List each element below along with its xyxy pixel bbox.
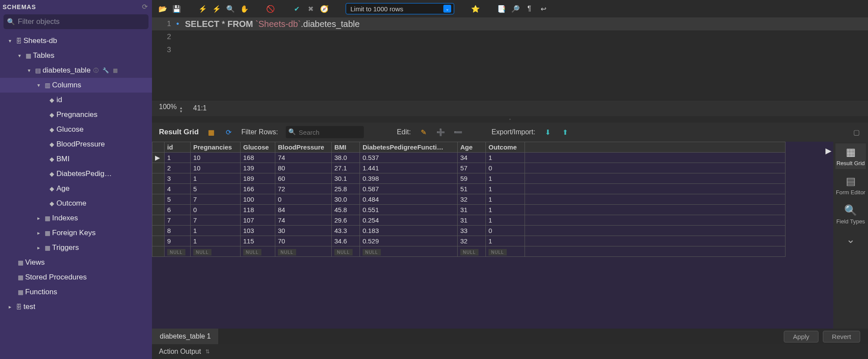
row-marker[interactable] xyxy=(152,184,165,194)
wrap-icon[interactable]: ↩ xyxy=(538,4,548,13)
invisible-chars-icon[interactable]: ¶ xyxy=(525,4,534,13)
grid-cell-null[interactable]: NULL xyxy=(486,246,525,257)
column-bmi[interactable]: ◆BMI xyxy=(0,152,152,166)
stored-procedures-node[interactable]: ▦Stored Procedures xyxy=(0,270,152,285)
row-marker[interactable] xyxy=(152,163,165,173)
column-pregnancies[interactable]: ◆Pregnancies xyxy=(0,107,152,122)
foreign-keys-node[interactable]: ▸▦Foreign Keys xyxy=(0,226,152,240)
indexes-node[interactable]: ▸▦Indexes xyxy=(0,211,152,226)
grid-cell[interactable]: 45.8 xyxy=(332,205,360,215)
wrap-cell-icon[interactable]: ▢ xyxy=(851,127,861,137)
grid-cell[interactable]: 139 xyxy=(241,163,275,173)
grid-cell[interactable]: 7 xyxy=(191,215,241,226)
beautify-icon[interactable]: ⭐ xyxy=(471,4,480,13)
grid-cell[interactable]: 84 xyxy=(275,205,332,215)
columns-node[interactable]: ▾▥Columns xyxy=(0,78,152,93)
grid-cell[interactable]: 9 xyxy=(165,236,191,246)
grid-cell[interactable]: 60 xyxy=(275,173,332,184)
row-marker[interactable]: ▶ xyxy=(152,153,165,163)
row-marker[interactable] xyxy=(152,173,165,184)
sql-editor[interactable]: 1 • SELECT * FROM `Sheets-db`.diabetes_t… xyxy=(152,17,868,100)
apply-button[interactable]: Apply xyxy=(784,331,818,342)
grid-cell[interactable]: 59 xyxy=(458,173,486,184)
grid-cell[interactable]: 0.587 xyxy=(360,184,458,194)
toggle-limit-icon[interactable]: 🧭 xyxy=(320,4,329,13)
grid-cell[interactable]: 25.8 xyxy=(332,184,360,194)
add-row-icon[interactable]: ➕ xyxy=(436,127,446,137)
tab-result-grid[interactable]: ▦Result Grid xyxy=(835,143,866,169)
grid-cell[interactable]: 2 xyxy=(165,163,191,173)
views-node[interactable]: ▦Views xyxy=(0,255,152,270)
grid-cell[interactable]: 0.529 xyxy=(360,236,458,246)
functions-node[interactable]: ▦Functions xyxy=(0,285,152,299)
grid-cell[interactable]: 74 xyxy=(275,153,332,163)
table-node-diabetes[interactable]: ▾▤diabetes_tableⓘ 🔧 ▦ xyxy=(0,63,152,78)
grid-cell[interactable]: 32 xyxy=(458,236,486,246)
zoom-stepper-icon[interactable]: ▲▼ xyxy=(179,106,183,113)
grid-cell[interactable]: 5 xyxy=(165,194,191,205)
tab-form-editor[interactable]: ▤Form Editor xyxy=(835,173,866,198)
col-header[interactable]: DiabetesPedigreeFuncti… xyxy=(360,142,458,153)
column-dpf[interactable]: ◆DiabetesPedig… xyxy=(0,166,152,181)
grid-cell[interactable]: 0 xyxy=(191,205,241,215)
rollback-icon[interactable]: ✖ xyxy=(306,4,315,13)
grid-cell[interactable]: 10 xyxy=(191,153,241,163)
grid-cell[interactable]: 103 xyxy=(241,226,275,236)
export-icon[interactable]: ⬇ xyxy=(543,127,553,137)
filter-objects-search[interactable]: 🔍 xyxy=(3,14,149,29)
grid-cell[interactable]: 0.551 xyxy=(360,205,458,215)
grid-cell[interactable]: 166 xyxy=(241,184,275,194)
col-header[interactable]: BMI xyxy=(332,142,360,153)
grid-cell[interactable]: 107 xyxy=(241,215,275,226)
grid-cell[interactable]: 1 xyxy=(486,236,525,246)
grid-cell-null[interactable]: NULL xyxy=(360,246,458,257)
col-header[interactable]: id xyxy=(165,142,191,153)
execute-current-icon[interactable]: ⚡ xyxy=(212,4,221,13)
grid-cell[interactable]: 29.6 xyxy=(332,215,360,226)
execute-icon[interactable]: ⚡ xyxy=(198,4,208,13)
column-age[interactable]: ◆Age xyxy=(0,181,152,196)
grid-cell[interactable]: 1 xyxy=(486,215,525,226)
grid-cell[interactable]: 74 xyxy=(275,215,332,226)
action-output-header[interactable]: Action Output ⇅ xyxy=(152,344,868,359)
grid-cell[interactable]: 70 xyxy=(275,236,332,246)
tables-node[interactable]: ▾▦Tables xyxy=(0,48,152,63)
commit-icon[interactable]: ✔ xyxy=(292,4,301,13)
more-tabs[interactable]: ⌄ xyxy=(835,231,866,250)
grid-cell[interactable]: 0 xyxy=(275,194,332,205)
output-dropdown-icon[interactable]: ⇅ xyxy=(205,349,210,355)
grid-cell[interactable]: 118 xyxy=(241,205,275,215)
column-glucose[interactable]: ◆Glucose xyxy=(0,122,152,137)
grid-cell[interactable]: 0 xyxy=(486,226,525,236)
grid-cell[interactable]: 30 xyxy=(275,226,332,236)
grid-cell[interactable]: 32 xyxy=(458,194,486,205)
grid-cell[interactable]: 4 xyxy=(165,184,191,194)
grid-cell[interactable]: 43.3 xyxy=(332,226,360,236)
refresh-icon[interactable]: ⟳ xyxy=(142,3,148,11)
grid-cell-null[interactable]: NULL xyxy=(241,246,275,257)
filter-rows-input[interactable] xyxy=(286,126,364,138)
grid-cell[interactable]: 1 xyxy=(191,173,241,184)
save-file-icon[interactable]: 💾 xyxy=(172,4,182,13)
grid-cell[interactable]: 8 xyxy=(165,226,191,236)
grid-cell[interactable]: 33 xyxy=(458,226,486,236)
row-marker[interactable] xyxy=(152,246,165,257)
row-limit-select[interactable]: Limit to 1000 rows ⌄ xyxy=(346,3,454,14)
revert-button[interactable]: Revert xyxy=(823,331,860,342)
grid-cell[interactable]: 34 xyxy=(458,153,486,163)
triggers-node[interactable]: ▸▦Triggers xyxy=(0,240,152,255)
grid-cell[interactable]: 1 xyxy=(191,226,241,236)
row-marker[interactable] xyxy=(152,226,165,236)
filter-objects-input[interactable] xyxy=(18,17,145,26)
grid-cell[interactable]: 1 xyxy=(486,184,525,194)
col-header[interactable]: BloodPressure xyxy=(275,142,332,153)
column-bloodpressure[interactable]: ◆BloodPressure xyxy=(0,137,152,152)
grid-cell[interactable]: 0 xyxy=(486,163,525,173)
grid-cell[interactable]: 0.537 xyxy=(360,153,458,163)
zoom-level[interactable]: 100%▲▼ xyxy=(159,103,183,113)
row-marker[interactable] xyxy=(152,215,165,226)
grid-cell[interactable]: 0.484 xyxy=(360,194,458,205)
grid-view-icon[interactable]: ▦ xyxy=(207,127,216,137)
grid-cell[interactable]: 3 xyxy=(165,173,191,184)
explain-icon[interactable]: 🔍 xyxy=(226,4,235,13)
